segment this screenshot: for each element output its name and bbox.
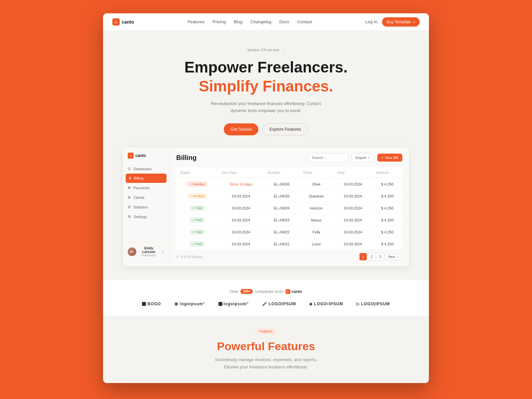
pagination: 1 - 8 of 20 Entries 1 2 3 Next → <box>176 250 402 260</box>
brand-name: canto <box>122 19 134 25</box>
sidebar-logo[interactable]: c canto <box>123 153 169 164</box>
close-icon: × <box>413 20 415 24</box>
cell-amount: $ 4.250 <box>372 202 402 214</box>
logoipsum2-icon <box>218 302 222 306</box>
cell-due-date: 24.03.2024 <box>218 190 264 202</box>
trust-logo-name: canto <box>292 289 302 294</box>
sidebar-nav: ⊙ Dashboard $ Billing ⊞ Payments ⊕ Clien… <box>123 164 169 242</box>
user-name: Emily Larsson <box>139 246 159 254</box>
next-page-button[interactable]: Next → <box>385 254 402 260</box>
cell-status: ✓ Paid <box>176 202 218 214</box>
col-number: Number <box>264 167 299 178</box>
search-input[interactable] <box>308 153 348 162</box>
trust-logos: BOGO ⊕ logoipsum° logoipsum° 🎤 LOGOIPSUM… <box>116 301 416 307</box>
arrow-icon: → <box>281 48 285 52</box>
sidebar-item-billing[interactable]: $ Billing <box>126 174 167 183</box>
logo-logoipsum2: logoipsum° <box>218 302 249 306</box>
new-bill-button[interactable]: + New Bill <box>377 154 402 162</box>
hero-section: Version 2.0 out now → Empower Freelancer… <box>103 31 429 280</box>
logo-icon: c <box>112 18 120 26</box>
cell-number: EL-24025 <box>264 190 299 202</box>
logo-logoipsum5: ▷ LOGO|IPSUM <box>356 302 390 306</box>
cell-amount: $ 4.250 <box>372 178 402 190</box>
col-due-date: Due Date <box>218 167 264 178</box>
sidebar-item-dashboard[interactable]: ⊙ Dashboard <box>123 164 169 174</box>
hero-title-line2: Simplify Finances. <box>116 77 416 95</box>
cell-client: Fylla <box>299 226 333 238</box>
get-started-button[interactable]: Get Started <box>224 123 258 135</box>
nav-docs[interactable]: Docs <box>279 19 289 24</box>
hero-subtitle: Revolutionize your freelance finances ef… <box>206 100 326 114</box>
cell-amount: $ 4.250 <box>372 238 402 250</box>
billing-title: Billing <box>176 154 197 162</box>
trust-logo-icon: c <box>286 289 290 294</box>
sidebar-item-clients[interactable]: ⊕ Clients <box>123 193 169 202</box>
table-row: ✓ Paid 24.03.2024 EL-24022 Fylla 24.03.2… <box>176 226 402 238</box>
explore-features-button[interactable]: Explore Features <box>262 123 308 135</box>
sidebar: c canto ⊙ Dashboard $ Billing ⊞ Pa <box>123 147 170 266</box>
table-row: + Overdue Since 14 days EL-24026 Olive 2… <box>176 178 402 190</box>
cell-due-date: 24.03.2024 <box>218 202 264 214</box>
status-badge: ○ Pending <box>187 193 207 199</box>
pagination-info: 1 - 8 of 20 Entries <box>176 255 202 259</box>
browser-window: c canto Features Pricing Blog Changelog … <box>103 13 429 383</box>
page-buttons: 1 2 3 Next → <box>359 253 402 260</box>
logo-logoipsum1: ⊕ logoipsum° <box>174 301 205 307</box>
cell-due-date: 24.03.2024 <box>218 214 264 226</box>
payments-icon: ⊞ <box>128 186 131 190</box>
clients-icon: ⊕ <box>128 195 131 200</box>
cell-client: Leevi <box>299 238 333 250</box>
logo-logoipsum4: ◈ LOGO•IPSUM <box>309 302 343 306</box>
billing-icon: $ <box>129 176 131 180</box>
cell-status: ✓ Paid <box>176 214 218 226</box>
user-settings-icon[interactable]: ⚙ <box>161 250 165 254</box>
export-button[interactable]: Export ↑ <box>351 153 374 162</box>
sidebar-brand-name: canto <box>135 153 146 158</box>
cell-client: Olive <box>299 178 333 190</box>
billing-header: Billing Export ↑ + New Bill <box>176 153 402 162</box>
settings-icon: ⚙ <box>128 214 131 219</box>
dashboard-preview: c canto ⊙ Dashboard $ Billing ⊞ Pa <box>123 147 409 266</box>
nav-features[interactable]: Features <box>188 19 204 24</box>
page-2-button[interactable]: 2 <box>368 253 375 260</box>
dashboard-icon: ⊙ <box>128 167 131 171</box>
cell-number: EL-24026 <box>264 178 299 190</box>
bogo-icon <box>142 302 146 306</box>
logo-logoipsum3: 🎤 LOGOIPSUM <box>262 302 296 306</box>
cell-status: ○ Pending <box>176 190 218 202</box>
col-amount: Amount <box>372 167 402 178</box>
nav-pricing[interactable]: Pricing <box>212 19 226 24</box>
nav-changelog[interactable]: Changelog <box>250 19 271 24</box>
table-row: ✓ Paid 24.03.2024 EL-24024 Horizon 24.03… <box>176 202 402 214</box>
login-link[interactable]: Log In <box>365 19 377 24</box>
page-1-button[interactable]: 1 <box>359 253 367 260</box>
cell-due-date: 24.03.2024 <box>218 238 264 250</box>
features-subtitle: Seamlessly manage invoices, expenses, an… <box>116 356 416 371</box>
statistics-icon: ⊟ <box>128 205 131 209</box>
cell-status: ✓ Paid <box>176 238 218 250</box>
status-badge: ✓ Paid <box>190 217 205 223</box>
brand-logo[interactable]: c canto <box>112 18 134 26</box>
status-badge: ✓ Paid <box>190 229 205 235</box>
cell-amount: $ 4.250 <box>372 214 402 226</box>
user-info: Emily Larsson Freelancer <box>139 246 159 257</box>
cell-number: EL-24022 <box>264 226 299 238</box>
nav-blog[interactable]: Blog <box>234 19 242 24</box>
features-badge: Features <box>255 328 276 334</box>
cell-date: 24.03.2024 <box>333 226 372 238</box>
features-section: Features Powerful Features Seamlessly ma… <box>103 316 429 383</box>
sidebar-item-statistics[interactable]: ⊟ Statistics <box>123 202 169 212</box>
user-role: Freelancer <box>139 254 159 257</box>
table-row: ✓ Paid 24.03.2024 EL-24021 Leevi 24.03.2… <box>176 238 402 250</box>
trust-text: Over 300+ companies trust c canto <box>116 289 416 294</box>
cell-due-date: 24.03.2024 <box>218 226 264 238</box>
sidebar-item-payments[interactable]: ⊞ Payments <box>123 183 169 193</box>
buy-button[interactable]: Buy Template × <box>382 17 420 27</box>
sidebar-item-settings[interactable]: ⚙ Settings <box>123 212 169 221</box>
cell-amount: $ 4.250 <box>372 190 402 202</box>
page-3-button[interactable]: 3 <box>377 253 384 260</box>
billing-table: Status Due Date Number Client Date Amoun… <box>176 167 402 250</box>
nav-contact[interactable]: Contact <box>297 19 312 24</box>
diamond-icon: ◈ <box>309 302 313 306</box>
avatar: EL <box>128 247 136 256</box>
